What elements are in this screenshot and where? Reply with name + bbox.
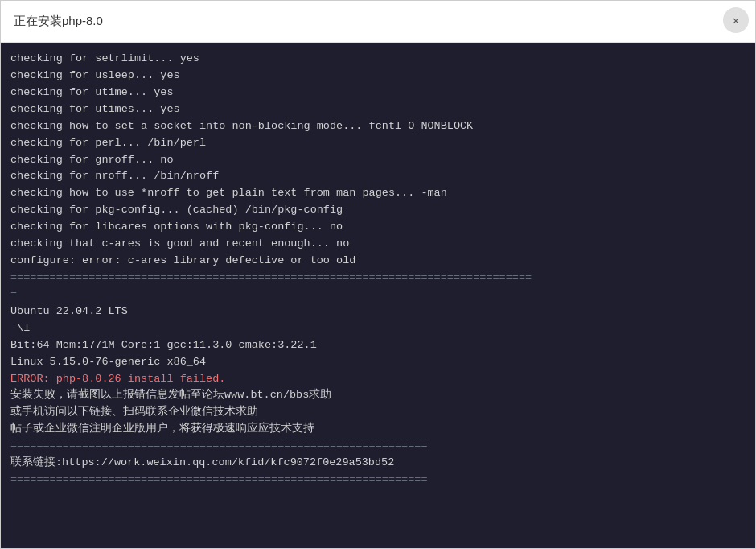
terminal-line: checking for utimes... yes [10,101,746,118]
terminal-line: Bit:64 Mem:1771M Core:1 gcc:11.3.0 cmake… [10,337,746,354]
terminal-line: Ubuntu 22.04.2 LTS [10,303,746,320]
terminal-container: checking for setrlimit... yeschecking fo… [1,43,755,548]
terminal-line: 或手机访问以下链接、扫码联系企业微信技术求助 [10,404,746,421]
terminal-line: ERROR: php-8.0.26 install failed. [10,371,746,388]
terminal-output[interactable]: checking for setrlimit... yeschecking fo… [1,43,755,548]
terminal-line: checking for setrlimit... yes [10,51,746,68]
terminal-line: Linux 5.15.0-76-generic x86_64 [10,354,746,371]
terminal-line: \l [10,320,746,337]
main-window: 正在安装php-8.0 ✕ checking for setrlimit... … [0,0,756,549]
terminal-line: checking for pkg-config... (cached) /bin… [10,202,746,219]
terminal-line: checking for usleep... yes [10,68,746,85]
terminal-line: checking for gnroff... no [10,152,746,169]
terminal-line: checking that c-ares is good and recent … [10,236,746,253]
terminal-line: checking how to set a socket into non-bl… [10,118,746,135]
terminal-line: 安装失败，请截图以上报错信息发帖至论坛www.bt.cn/bbs求助 [10,387,746,404]
terminal-line: checking for libcares options with pkg-c… [10,219,746,236]
terminal-line: ========================================… [10,438,746,455]
window-title: 正在安装php-8.0 [14,14,103,29]
terminal-line: configure: error: c-ares library defecti… [10,253,746,270]
terminal-line: = [10,287,746,303]
close-button[interactable]: ✕ [723,7,749,33]
terminal-line: checking for utime... yes [10,85,746,101]
terminal-line: 帖子或企业微信注明企业版用户，将获得极速响应应技术支持 [10,421,746,438]
terminal-line: ========================================… [10,472,746,489]
terminal-line: checking for nroff... /bin/nroff [10,168,746,185]
terminal-line: checking how to use *nroff to get plain … [10,185,746,202]
title-bar: 正在安装php-8.0 ✕ [1,1,755,43]
terminal-line: ========================================… [10,270,746,287]
terminal-line: checking for perl... /bin/perl [10,135,746,152]
terminal-line: 联系链接:https://work.weixin.qq.com/kfid/kfc… [10,455,746,472]
